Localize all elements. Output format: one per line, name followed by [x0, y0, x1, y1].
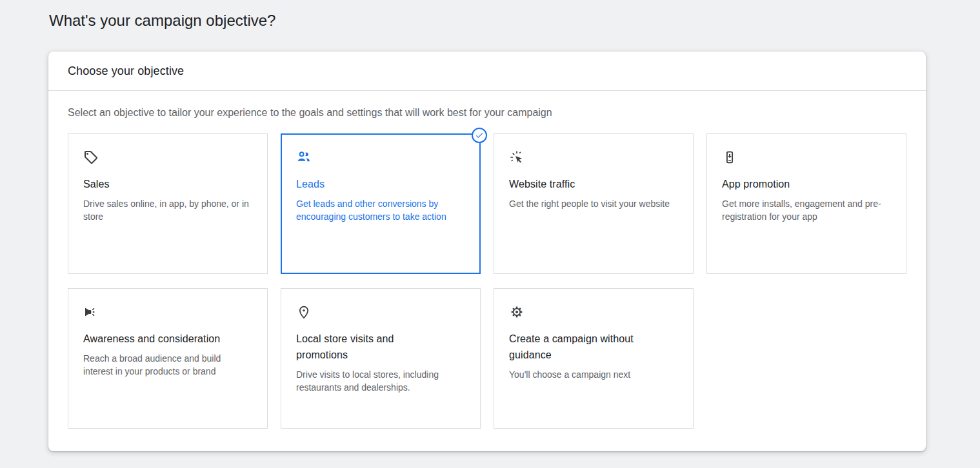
objective-title: Website traffic	[509, 176, 661, 192]
objective-description: Get the right people to visit your websi…	[509, 197, 677, 210]
megaphone-icon	[83, 304, 99, 320]
phone-install-icon	[722, 150, 737, 165]
location-pin-icon	[296, 304, 312, 320]
objective-card-app-promotion[interactable]: App promotion Get more installs, engagem…	[706, 133, 906, 274]
tag-icon	[83, 150, 99, 165]
objective-description: You'll choose a campaign next	[509, 368, 677, 381]
objective-description: Drive sales online, in app, by phone, or…	[83, 197, 252, 223]
objective-title: Create a campaign without guidance	[509, 331, 661, 363]
objective-description: Get more installs, engagement and pre-re…	[722, 197, 890, 223]
objective-card-website-traffic[interactable]: Website traffic Get the right people to …	[494, 133, 694, 274]
people-icon	[296, 150, 312, 165]
objective-card-leads[interactable]: Leads Get leads and other conversions by…	[281, 133, 481, 274]
panel-body: Select an objective to tailor your exper…	[48, 91, 926, 429]
cursor-click-icon	[509, 150, 525, 165]
objective-card-sales[interactable]: Sales Drive sales online, in app, by pho…	[68, 133, 268, 274]
choose-objective-panel: Choose your objective Select an objectiv…	[48, 52, 926, 451]
panel-header-title: Choose your objective	[48, 52, 926, 91]
objective-title: Sales	[83, 176, 235, 192]
objective-card-awareness[interactable]: Awareness and consideration Reach a broa…	[68, 288, 268, 429]
objective-title: App promotion	[722, 176, 874, 192]
objective-card-local-store[interactable]: Local store visits and promotions Drive …	[281, 288, 481, 429]
objective-title: Local store visits and promotions	[296, 331, 448, 363]
page-title: What's your campaign objective?	[49, 11, 275, 30]
objective-card-grid: Sales Drive sales online, in app, by pho…	[68, 133, 906, 429]
objective-title: Awareness and consideration	[83, 331, 235, 347]
selected-check-icon	[472, 128, 487, 143]
objective-description: Get leads and other conversions by encou…	[296, 197, 465, 223]
gear-icon	[509, 304, 525, 320]
objective-card-no-guidance[interactable]: Create a campaign without guidance You'l…	[494, 288, 694, 429]
objective-title: Leads	[296, 176, 448, 192]
objective-instructions: Select an objective to tailor your exper…	[68, 106, 906, 119]
objective-description: Drive visits to local stores, including …	[296, 368, 465, 394]
objective-description: Reach a broad audience and build interes…	[83, 352, 252, 378]
